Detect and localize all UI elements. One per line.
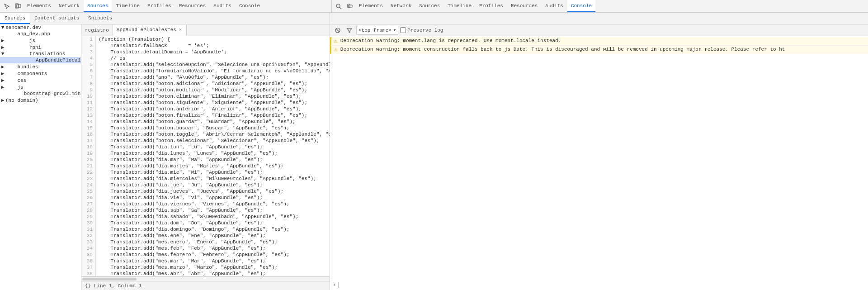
tree-item-translations[interactable]: ▼ translations [0, 51, 81, 57]
device-right-icon[interactable] [344, 1, 354, 11]
tab-resources-right[interactable]: Resources [507, 0, 541, 12]
tree-label-components: components [5, 71, 47, 76]
frame-selector[interactable]: <top frame> ▾ [356, 26, 398, 35]
code-line-36: 36 Translator.add("mes.mar", "Mar", "App… [81, 258, 330, 264]
line-content-27: Translator.add("dia.viernes", "Viernes",… [96, 201, 289, 207]
file-tab-registro[interactable]: registro [81, 24, 113, 36]
preserve-log-checkbox[interactable] [400, 27, 406, 33]
filter-icon[interactable] [344, 25, 354, 35]
code-line-17: 17 Translator.add("boton.seleccionar", "… [81, 138, 330, 144]
code-line-25: 25 Translator.add("dia.jueves", "Jueves"… [81, 188, 330, 195]
line-number-34: 34 [81, 245, 96, 252]
tab-resources-left[interactable]: Resources [175, 0, 209, 12]
line-number-9: 9 [81, 87, 96, 93]
device-icon[interactable] [13, 1, 23, 11]
subtab-content-scripts[interactable]: Content scripts [30, 13, 84, 24]
tab-profiles-left[interactable]: Profiles [144, 0, 175, 12]
tab-audits-left[interactable]: Audits [210, 0, 235, 12]
code-line-37: 37 Translator.add("mes.marzo", "Marzo", … [81, 264, 330, 271]
line-content-10: Translator.add("boton.eliminar", "Elimin… [96, 93, 302, 100]
tree-arrow-rpni: ▶ [0, 44, 5, 50]
tab-audits-right[interactable]: Audits [542, 0, 567, 12]
clear-console-icon[interactable] [333, 25, 343, 35]
tree-item-components[interactable]: ▶ components [0, 70, 81, 77]
code-line-33: 33 Translator.add("mes.enero", "Enero", … [81, 239, 330, 245]
tree-item-app_dev[interactable]: app_dev.php [0, 31, 81, 37]
code-line-7: 7 Translator.add("ano", "A\u00f1o", "App… [81, 74, 330, 81]
tree-item-appbundle[interactable]: AppBundle?locales=es [0, 57, 81, 63]
line-number-2: 2 [81, 43, 96, 49]
code-line-32: 32 Translator.add("mes.ene", "Ene", "App… [81, 233, 330, 239]
tree-item-rpni[interactable]: ▶ rpni [0, 44, 81, 51]
inspect-icon[interactable] [2, 1, 12, 11]
code-line-16: 16 Translator.add("boton.toggle", "Abrir… [81, 131, 330, 138]
tab-console-right[interactable]: Console [567, 0, 595, 12]
line-number-37: 37 [81, 264, 96, 271]
subtab-sources[interactable]: Sources [0, 13, 30, 24]
line-content-20: Translator.add("dia.mar", "Ma", "AppBund… [96, 157, 263, 163]
console-input-line[interactable]: › [330, 280, 868, 290]
tree-item-js[interactable]: ▶ js [0, 37, 81, 44]
tab-elements-left[interactable]: Elements [24, 0, 55, 12]
line-content-30: Translator.add("dia.dom", "Do", "AppBund… [96, 220, 263, 226]
tree-item-sencamer[interactable]: ▼sencamer.dev [0, 24, 81, 31]
close-tab-icon[interactable]: × [178, 28, 183, 33]
top-toolbar: ElementsNetworkSourcesTimelineProfilesRe… [0, 0, 868, 13]
tree-label-sencamer: sencamer.dev [5, 25, 41, 30]
tree-item-nodomain[interactable]: ▶(no domain) [0, 97, 81, 104]
line-content-15: Translator.add("boton.buscar", "Buscar",… [96, 125, 289, 131]
line-content-32: Translator.add("mes.ene", "Ene", "AppBun… [96, 233, 266, 239]
line-content-17: Translator.add("boton.seleccionar", "Sel… [96, 138, 319, 144]
preserve-log-label[interactable]: Preserve log [400, 27, 443, 33]
line-number-32: 32 [81, 233, 96, 239]
code-line-10: 10 Translator.add("boton.eliminar", "Eli… [81, 93, 330, 100]
tab-sources-right[interactable]: Sources [415, 0, 443, 12]
line-content-24: Translator.add("dia.jue", "Ju", "AppBund… [96, 182, 263, 188]
tab-timeline-left[interactable]: Timeline [112, 0, 143, 12]
line-number-6: 6 [81, 68, 96, 74]
tree-item-css[interactable]: ▶ css [0, 77, 81, 84]
tree-item-bundles[interactable]: ▶ bundles [0, 63, 81, 70]
status-text: {} Line 1, Column 1 [85, 283, 142, 289]
horizontal-scrollbar[interactable] [81, 276, 330, 281]
console-msg-0: ⚠Deprecation warning: moment.lang is dep… [330, 37, 868, 46]
search-icon[interactable] [334, 1, 344, 11]
tree-item-js2[interactable]: ▶ js [0, 84, 81, 90]
console-toolbar-bar: <top frame> ▾ Preserve log [330, 24, 868, 36]
frame-label: <top frame> [359, 28, 392, 33]
line-number-12: 12 [81, 106, 96, 112]
line-content-8: Translator.add("boton.adicionar", "Adici… [96, 81, 307, 87]
file-tab-appbundle-locales-es[interactable]: AppBundle?locales=es× [113, 25, 187, 36]
code-line-4: 4 // es [81, 55, 330, 62]
code-line-3: 3 Translator.defaultDomain = 'AppBundle'… [81, 49, 330, 55]
line-content-12: Translator.add("boton.anterior", "Anteri… [96, 106, 302, 112]
line-number-17: 17 [81, 138, 96, 144]
line-content-36: Translator.add("mes.mar", "Mar", "AppBun… [96, 258, 266, 264]
line-content-23: Translator.add("dia.miercoles", "Mi\u00e… [96, 176, 316, 182]
tab-profiles-right[interactable]: Profiles [476, 0, 507, 12]
console-msg-1: ⚠Deprecation warning: moment constructio… [330, 46, 868, 54]
line-number-26: 26 [81, 195, 96, 201]
left-devtools-toolbar: ElementsNetworkSourcesTimelineProfilesRe… [2, 0, 332, 12]
tree-item-bootstrap[interactable]: bootstrap-growl.min.js [0, 90, 81, 97]
line-number-20: 20 [81, 157, 96, 163]
subtab-snippets[interactable]: Snippets [84, 13, 117, 24]
tree-arrow-sencamer: ▼ [0, 25, 5, 30]
console-msg-text-0: Deprecation warning: moment.lang is depr… [340, 38, 561, 43]
warning-icon: ⚠ [334, 38, 338, 44]
line-number-10: 10 [81, 93, 96, 100]
console-msg-text-1: Deprecation warning: moment construction… [340, 47, 785, 52]
code-area[interactable]: 1(function (Translator) {2 Translator.fa… [81, 36, 330, 276]
line-number-19: 19 [81, 150, 96, 157]
tab-console-left[interactable]: Console [236, 0, 264, 12]
tree-label-bootstrap: bootstrap-growl.min.js [0, 91, 81, 96]
line-content-6: Translator.add("formularioNoValido", "El… [96, 68, 330, 74]
line-content-3: Translator.defaultDomain = 'AppBundle'; [96, 49, 227, 55]
tab-timeline-right[interactable]: Timeline [444, 0, 475, 12]
tab-elements-right[interactable]: Elements [355, 0, 387, 12]
tab-network-right[interactable]: Network [387, 0, 415, 12]
line-content-29: Translator.add("dia.sabado", "S\u00e1bad… [96, 214, 298, 220]
scrollbar-thumb[interactable] [82, 278, 137, 280]
tab-network-left[interactable]: Network [55, 0, 83, 12]
tab-sources-left[interactable]: Sources [84, 0, 112, 12]
